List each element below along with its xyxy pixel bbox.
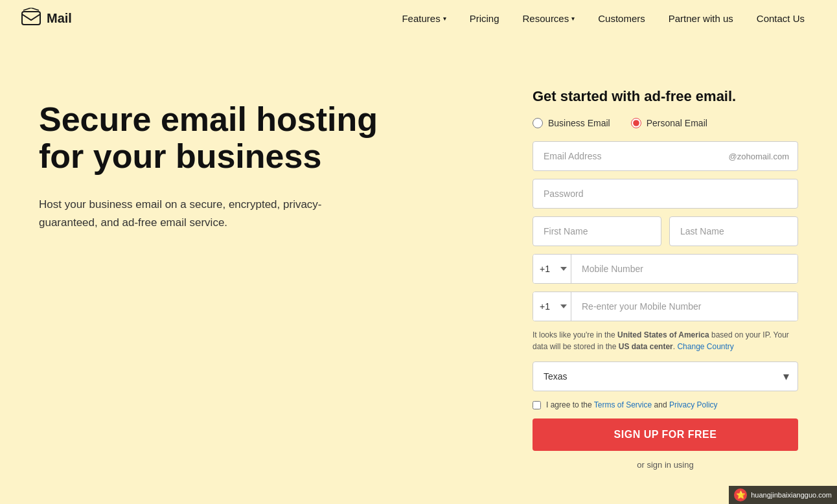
email-input[interactable] <box>533 141 798 171</box>
hero-section: Secure email hosting for your business H… <box>39 88 494 470</box>
nav-link-partner[interactable]: Partner with us <box>657 0 745 36</box>
business-email-radio-label[interactable]: Business Email <box>533 118 610 128</box>
business-email-radio[interactable] <box>533 118 543 128</box>
nav-link-customers[interactable]: Customers <box>586 0 657 36</box>
re-phone-code-select[interactable]: +1 +44 +91 <box>533 292 571 321</box>
first-name-input[interactable] <box>533 216 661 246</box>
social-signin-section: or sign in using <box>533 460 798 470</box>
email-input-wrapper: @zohomail.com <box>533 141 798 171</box>
hero-description: Host your business email on a secure, en… <box>39 196 363 231</box>
watermark-text: huangjinbaixiangguo.com <box>751 491 832 499</box>
chevron-down-icon: ▾ <box>443 15 446 22</box>
terms-of-service-link[interactable]: Terms of Service <box>594 400 652 409</box>
logo-text: Mail <box>47 11 72 26</box>
state-select-group: Texas California New York Florida ▾ <box>533 361 798 391</box>
mobile-number-input[interactable] <box>571 255 797 283</box>
logo-link[interactable]: Mail <box>21 8 72 29</box>
nav-links: Features ▾ Pricing Resources ▾ Customers… <box>390 0 816 36</box>
location-notice: It looks like you're in the United State… <box>533 329 798 352</box>
social-signin-text: or sign in using <box>637 460 693 470</box>
personal-email-radio-label[interactable]: Personal Email <box>631 118 707 128</box>
password-input[interactable] <box>533 179 798 209</box>
signup-button[interactable]: SIGN UP FOR FREE <box>533 418 798 451</box>
name-field-group <box>533 216 798 246</box>
phone-code-select[interactable]: +1 +44 +91 <box>533 255 571 283</box>
terms-text: I agree to the Terms of Service and Priv… <box>546 400 718 409</box>
nav-link-features[interactable]: Features ▾ <box>390 0 457 36</box>
watermark-icon: ⭐ <box>734 488 747 501</box>
svg-rect-0 <box>22 12 40 25</box>
password-field-group <box>533 179 798 209</box>
last-name-input[interactable] <box>669 216 798 246</box>
hero-headline: Secure email hosting for your business <box>39 101 494 175</box>
nav-item-resources[interactable]: Resources ▾ <box>511 0 587 36</box>
privacy-policy-link[interactable]: Privacy Policy <box>669 400 718 409</box>
change-country-link[interactable]: Change Country <box>677 342 733 351</box>
nav-item-contact[interactable]: Contact Us <box>745 0 816 36</box>
signup-card: Get started with ad-free email. Business… <box>533 88 798 470</box>
signup-title: Get started with ad-free email. <box>533 88 798 105</box>
logo-icon <box>21 8 41 29</box>
nav-item-partner[interactable]: Partner with us <box>657 0 745 36</box>
re-phone-row: +1 +44 +91 <box>533 292 798 321</box>
re-mobile-field-group: +1 +44 +91 <box>533 292 798 321</box>
terms-row: I agree to the Terms of Service and Priv… <box>533 400 798 409</box>
main-content: Secure email hosting for your business H… <box>0 36 837 496</box>
state-select[interactable]: Texas California New York Florida <box>533 361 798 391</box>
re-mobile-number-input[interactable] <box>571 292 797 321</box>
personal-email-radio[interactable] <box>631 118 641 128</box>
terms-checkbox[interactable] <box>533 401 541 409</box>
email-type-radio-group: Business Email Personal Email <box>533 118 798 128</box>
navigation: Mail Features ▾ Pricing Resources ▾ Cust… <box>0 0 837 36</box>
email-field-group: @zohomail.com <box>533 141 798 171</box>
nav-item-customers[interactable]: Customers <box>586 0 657 36</box>
watermark: ⭐ huangjinbaixiangguo.com <box>729 486 837 504</box>
nav-link-contact[interactable]: Contact Us <box>745 0 816 36</box>
nav-link-pricing[interactable]: Pricing <box>458 0 511 36</box>
phone-row: +1 +44 +91 <box>533 254 798 284</box>
chevron-down-icon: ▾ <box>571 15 575 22</box>
nav-item-features[interactable]: Features ▾ <box>390 0 457 36</box>
nav-item-pricing[interactable]: Pricing <box>458 0 511 36</box>
mobile-field-group: +1 +44 +91 <box>533 254 798 284</box>
nav-link-resources[interactable]: Resources ▾ <box>511 0 587 36</box>
